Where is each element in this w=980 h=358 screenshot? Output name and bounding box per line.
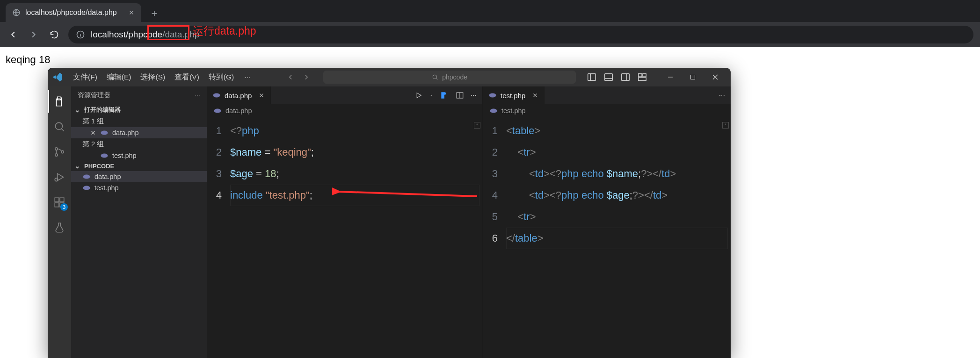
activity-extensions[interactable]: 3 <box>48 191 71 214</box>
svg-rect-8 <box>639 78 646 80</box>
more-icon[interactable]: ··· <box>719 91 725 100</box>
layout-panel-icon[interactable] <box>603 72 614 82</box>
open-editor-data-php[interactable]: data.php <box>71 127 207 138</box>
browser-navbar: localhost/phpcode/data.php <box>0 22 980 47</box>
file-label: data.php <box>94 173 121 180</box>
activity-scm[interactable] <box>48 141 71 163</box>
back-button[interactable] <box>7 28 20 41</box>
code-line[interactable]: 4 <td><?php echo $age;?></td> <box>483 185 731 206</box>
svg-point-23 <box>213 93 220 98</box>
php-file-icon <box>82 184 91 192</box>
forward-button[interactable] <box>27 28 40 41</box>
sidebar-more-icon[interactable]: ··· <box>195 92 200 99</box>
line-content: <tr> <box>506 142 536 163</box>
tab-label: data.php <box>225 92 252 100</box>
close-icon[interactable] <box>532 92 538 99</box>
code-line[interactable]: 2$name = "keqing"; <box>207 142 482 163</box>
menu-item[interactable]: 查看(V) <box>170 71 204 84</box>
close-icon[interactable] <box>90 129 96 136</box>
command-center[interactable]: phpcode <box>323 71 576 84</box>
tab-bar-1: data.php ··· <box>207 86 482 104</box>
code-line[interactable]: 1<?php <box>207 120 482 142</box>
editor-2[interactable]: ᴬ 1<table>2 <tr>3 <td><?php echo $name;?… <box>483 117 731 358</box>
tab-test-php[interactable]: test.php <box>483 86 544 104</box>
layout-primary-icon[interactable] <box>587 72 597 82</box>
line-number: 1 <box>207 120 230 142</box>
chevron-down-icon[interactable] <box>429 91 433 100</box>
minimap-marker: ᴬ <box>722 122 729 129</box>
breadcrumbs-1[interactable]: data.php <box>207 104 482 117</box>
php-file-icon <box>100 129 109 137</box>
tab-data-php[interactable]: data.php <box>207 86 271 104</box>
close-icon[interactable] <box>128 9 135 16</box>
svg-point-19 <box>101 131 108 135</box>
sidebar-title: 资源管理器 ··· <box>71 86 207 104</box>
menu-item[interactable]: 文件(F) <box>68 71 102 84</box>
svg-rect-3 <box>588 74 596 81</box>
line-number: 5 <box>483 206 506 228</box>
run-icon[interactable] <box>414 91 423 100</box>
menu-more[interactable]: ··· <box>240 71 255 83</box>
open-editor-test-php[interactable]: test.php <box>71 150 207 161</box>
new-tab-button[interactable]: + <box>146 5 163 22</box>
open-editors-group2: 第 2 组 <box>71 138 207 150</box>
tab-bar-2: test.php ··· <box>483 86 731 104</box>
editor-group-2: test.php ··· test.php ᴬ 1<table>2 <tr>3 … <box>483 86 731 358</box>
code-line[interactable]: 3 <td><?php echo $name;?></td> <box>483 163 731 185</box>
more-icon[interactable]: ··· <box>471 91 477 100</box>
php-file-icon <box>82 172 91 181</box>
project-file-data-php[interactable]: data.php <box>71 171 207 182</box>
breadcrumbs-2[interactable]: test.php <box>483 104 731 117</box>
svg-rect-5 <box>622 74 630 81</box>
project-header[interactable]: ⌄PHPCODE <box>71 161 207 171</box>
reload-button[interactable] <box>48 28 61 41</box>
code-line[interactable]: 2 <tr> <box>483 142 731 163</box>
code-line[interactable]: 4include "test.php"; <box>207 185 482 206</box>
editor-group-1: data.php ··· data.php ᴬ <box>207 86 483 358</box>
svg-point-27 <box>490 109 497 113</box>
line-content: <table> <box>506 120 540 142</box>
split-editor-icon[interactable] <box>456 91 464 100</box>
activity-testing[interactable] <box>48 216 71 239</box>
php-file-icon <box>489 107 498 115</box>
activity-debug[interactable] <box>48 166 71 188</box>
line-number: 3 <box>207 163 230 185</box>
browser-tab[interactable]: localhost/phpcode/data.php <box>6 3 141 22</box>
close-icon[interactable] <box>258 92 265 99</box>
close-button[interactable] <box>704 68 726 86</box>
line-number: 3 <box>483 163 506 185</box>
url-text: localhost/phpcode/data.php <box>91 29 199 40</box>
editor-1[interactable]: ᴬ 1<?php2$name = "keqing";3$age = 18;4in… <box>207 117 482 358</box>
project-file-test-php[interactable]: test.php <box>71 182 207 193</box>
layout-customize-icon[interactable] <box>637 72 647 82</box>
vscode-titlebar[interactable]: 文件(F)编辑(E)选择(S)查看(V)转到(G) ··· phpcode <box>48 68 731 86</box>
sidebar-title-text: 资源管理器 <box>78 91 110 100</box>
code-line[interactable]: 3$age = 18; <box>207 163 482 185</box>
activity-search[interactable] <box>48 115 71 138</box>
address-bar[interactable]: localhost/phpcode/data.php <box>68 26 973 43</box>
debug-file-icon[interactable] <box>440 91 449 100</box>
layout-secondary-icon[interactable] <box>620 72 631 82</box>
nav-forward-button[interactable] <box>300 71 313 84</box>
file-label: data.php <box>112 129 138 136</box>
nav-back-button[interactable] <box>284 71 297 84</box>
menu-item[interactable]: 选择(S) <box>136 71 170 84</box>
code-line[interactable]: 1<table> <box>483 120 731 142</box>
explorer-sidebar: 资源管理器 ··· ⌄打开的编辑器 第 1 组 data.php 第 2 组 t… <box>71 86 207 358</box>
info-icon <box>76 30 85 39</box>
command-center-text: phpcode <box>442 73 467 81</box>
open-editors-header[interactable]: ⌄打开的编辑器 <box>71 104 207 115</box>
minimize-button[interactable] <box>660 68 681 86</box>
line-content: <tr> <box>506 206 536 228</box>
menu-item[interactable]: 编辑(E) <box>102 71 136 84</box>
line-number: 4 <box>207 185 230 206</box>
maximize-button[interactable] <box>682 68 704 86</box>
file-label: test.php <box>94 184 119 192</box>
code-line[interactable]: 5 <tr> <box>483 206 731 228</box>
code-line[interactable]: 6</table> <box>483 228 731 249</box>
menu-item[interactable]: 转到(G) <box>204 71 239 84</box>
file-label: test.php <box>112 152 137 159</box>
svg-point-20 <box>101 154 108 158</box>
activity-explorer[interactable] <box>48 90 71 113</box>
open-editors-group1: 第 1 组 <box>71 115 207 127</box>
